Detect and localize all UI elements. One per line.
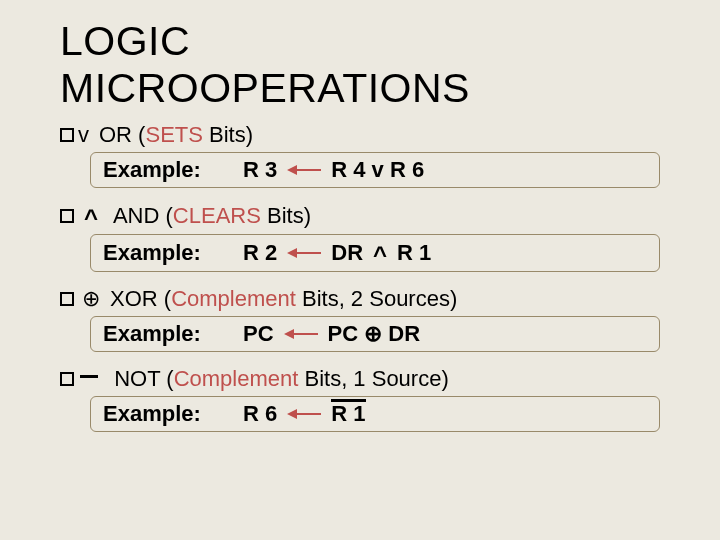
not-example-box: Example: R 6 R 1 bbox=[90, 396, 660, 432]
example-label: Example: bbox=[103, 321, 243, 347]
or-post: Bits) bbox=[203, 122, 253, 147]
and-rhs-op: ^ bbox=[373, 241, 387, 269]
and-pre: ( bbox=[159, 203, 172, 228]
xor-pre: ( bbox=[158, 286, 171, 311]
not-post: Bits, 1 Source) bbox=[298, 366, 448, 391]
example-label: Example: bbox=[103, 401, 243, 427]
left-arrow-icon bbox=[287, 163, 321, 177]
xor-name: XOR bbox=[110, 286, 158, 311]
xor-rhs: PC ⊕ DR bbox=[328, 321, 421, 347]
xor-label: XOR (Complement Bits, 2 Sources) bbox=[110, 286, 457, 312]
not-expr: R 6 R 1 bbox=[243, 401, 366, 427]
not-name: NOT bbox=[114, 366, 160, 391]
svg-marker-3 bbox=[287, 248, 297, 258]
not-keyword: Complement bbox=[174, 366, 299, 391]
and-dest: R 2 bbox=[243, 240, 277, 266]
not-symbol bbox=[80, 366, 98, 392]
and-rhs-r: R 1 bbox=[397, 240, 431, 266]
xor-example-box: Example: PC PC ⊕ DR bbox=[90, 316, 660, 352]
title-line-2: MICROOPERATIONS bbox=[60, 65, 470, 111]
and-name: AND bbox=[113, 203, 159, 228]
and-rhs-l: DR bbox=[331, 240, 363, 266]
and-symbol: ^ bbox=[84, 204, 98, 232]
example-label: Example: bbox=[103, 157, 243, 183]
and-example-box: Example: R 2 DR ^ R 1 bbox=[90, 234, 660, 272]
or-expr: R 3 R 4 v R 6 bbox=[243, 157, 424, 183]
svg-marker-7 bbox=[287, 409, 297, 419]
xor-expr: PC PC ⊕ DR bbox=[243, 321, 420, 347]
and-expr: R 2 DR ^ R 1 bbox=[243, 239, 431, 267]
left-arrow-icon bbox=[284, 327, 318, 341]
left-arrow-icon bbox=[287, 246, 321, 260]
svg-marker-5 bbox=[284, 329, 294, 339]
not-pre: ( bbox=[160, 366, 173, 391]
xor-post: Bits, 2 Sources) bbox=[296, 286, 457, 311]
or-label: OR (SETS Bits) bbox=[99, 122, 253, 148]
xor-keyword: Complement bbox=[171, 286, 296, 311]
op-not-row: NOT (Complement Bits, 1 Source) bbox=[60, 366, 692, 392]
not-rhs-wrap: R 1 bbox=[331, 401, 365, 427]
op-or-row: v OR (SETS Bits) bbox=[60, 122, 692, 148]
and-keyword: CLEARS bbox=[173, 203, 261, 228]
svg-marker-1 bbox=[287, 165, 297, 175]
or-example-box: Example: R 3 R 4 v R 6 bbox=[90, 152, 660, 188]
or-symbol: v bbox=[78, 122, 89, 148]
or-pre: ( bbox=[132, 122, 145, 147]
title-line-1: LOGIC bbox=[60, 18, 190, 64]
bullet-icon bbox=[60, 372, 74, 386]
not-dest: R 6 bbox=[243, 401, 277, 427]
and-post: Bits) bbox=[261, 203, 311, 228]
op-and-row: ^ AND (CLEARS Bits) bbox=[60, 202, 692, 230]
or-rhs: R 4 v R 6 bbox=[331, 157, 424, 183]
bullet-icon bbox=[60, 209, 74, 223]
and-label: AND (CLEARS Bits) bbox=[108, 203, 311, 229]
bullet-icon bbox=[60, 292, 74, 306]
not-rhs: R 1 bbox=[331, 401, 365, 426]
overbar-icon bbox=[331, 399, 365, 402]
xor-dest: PC bbox=[243, 321, 274, 347]
op-xor-row: ⊕ XOR (Complement Bits, 2 Sources) bbox=[60, 286, 692, 312]
xor-symbol: ⊕ bbox=[82, 286, 100, 312]
slide-title: LOGIC MICROOPERATIONS bbox=[60, 18, 692, 112]
example-label: Example: bbox=[103, 240, 243, 266]
or-dest: R 3 bbox=[243, 157, 277, 183]
not-label: NOT (Complement Bits, 1 Source) bbox=[108, 366, 449, 392]
left-arrow-icon bbox=[287, 407, 321, 421]
or-keyword: SETS bbox=[145, 122, 202, 147]
bullet-icon bbox=[60, 128, 74, 142]
or-name: OR bbox=[99, 122, 132, 147]
